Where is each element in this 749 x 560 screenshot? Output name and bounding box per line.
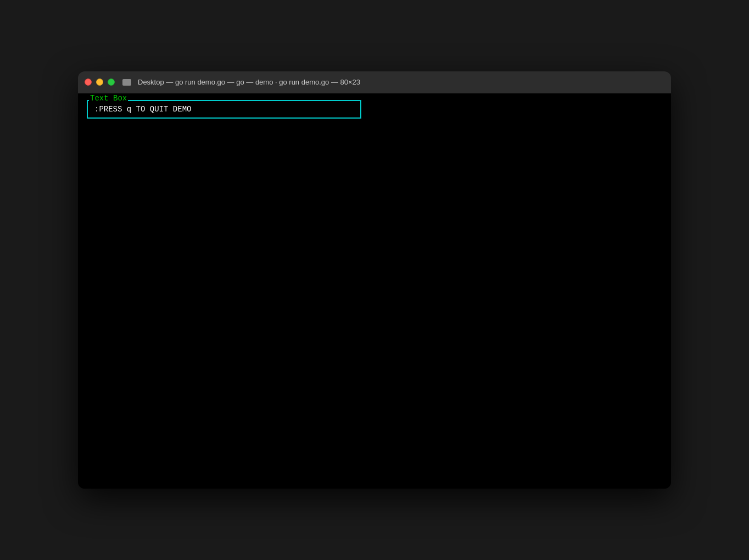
minimize-button[interactable]	[96, 79, 103, 86]
text-box-label: Text Box	[89, 94, 128, 102]
text-box-border: :PRESS q TO QUIT DEMO	[87, 100, 361, 119]
close-button[interactable]	[85, 79, 92, 86]
traffic-lights	[85, 79, 115, 86]
maximize-button[interactable]	[108, 79, 115, 86]
window-icon	[122, 79, 131, 86]
titlebar: Desktop — go run demo.go — go — demo · g…	[78, 71, 671, 93]
terminal-window: Desktop — go run demo.go — go — demo · g…	[78, 71, 671, 489]
titlebar-title: Desktop — go run demo.go — go — demo · g…	[138, 78, 360, 86]
text-box-container: Text Box :PRESS q TO QUIT DEMO	[87, 100, 361, 119]
terminal-content[interactable]: Text Box :PRESS q TO QUIT DEMO	[78, 93, 671, 489]
text-box-content: :PRESS q TO QUIT DEMO	[94, 103, 191, 116]
text-box: Text Box :PRESS q TO QUIT DEMO	[87, 100, 361, 119]
